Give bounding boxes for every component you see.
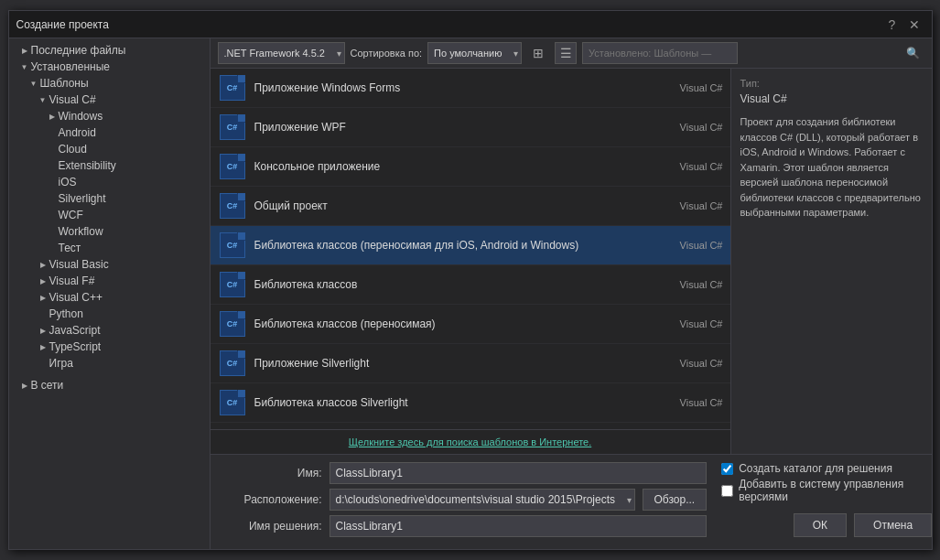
version-control-label[interactable]: Добавить в систему управления версиями (739, 478, 931, 503)
create-catalog-label[interactable]: Создать каталог для решения (739, 462, 892, 475)
expand-icon-vb: ▶ (37, 261, 49, 269)
online-templates-link[interactable]: Щелкните здесь для поиска шаблонов в Инт… (349, 436, 591, 447)
table-row[interactable]: C# П... Visual... (211, 423, 730, 429)
template-icon-8: C# (218, 349, 247, 378)
sidebar-item-installed[interactable]: ▼ Установленные (9, 59, 210, 75)
table-row[interactable]: C# Библиотека классов Visual C# (211, 265, 730, 305)
cs-icon: C# (220, 272, 245, 297)
template-name-1: Приложение Windows Forms (254, 81, 652, 94)
close-button[interactable]: ✕ (904, 16, 924, 34)
sidebar-item-test[interactable]: Тест (9, 240, 210, 256)
sidebar-item-js[interactable]: ▶ JavaScript (9, 322, 210, 339)
table-row[interactable]: C# Приложение Windows Forms Visual C# (211, 69, 730, 108)
template-icon-5: C# (218, 231, 247, 260)
cs-icon: C# (220, 232, 245, 258)
sidebar-item-windows[interactable]: ▶ Windows (9, 108, 210, 124)
sidebar-item-android[interactable]: Android (9, 124, 210, 141)
sidebar-label-templates: Шаблоны (40, 77, 89, 90)
expand-icon-vcsharp: ▼ (37, 96, 49, 104)
expand-icon-templates: ▼ (27, 80, 40, 88)
form-main-area: Имя: Расположение: d:\clouds\onedrive\do… (221, 462, 708, 542)
sidebar-item-silverlight[interactable]: Silverlight (9, 190, 210, 207)
table-row-selected[interactable]: C# Библиотека классов (переносимая для i… (211, 226, 730, 265)
sidebar-scroll[interactable]: ▶ Последние файлы ▼ Установленные ▼ Шабл… (9, 42, 210, 545)
sidebar-item-recent[interactable]: ▶ Последние файлы (9, 42, 210, 59)
table-row[interactable]: C# Общий проект Visual C# (211, 187, 730, 226)
title-bar-buttons: ? ✕ (882, 16, 924, 34)
main-content: ▶ Последние файлы ▼ Установленные ▼ Шабл… (9, 38, 932, 549)
sidebar-item-igra[interactable]: Игра (9, 355, 210, 372)
form-buttons: ОК Отмена (721, 513, 931, 537)
browse-button[interactable]: Обзор... (643, 489, 708, 511)
sidebar-label-igra: Игра (49, 357, 73, 370)
template-name-7: Библиотека классов (переносимая) (254, 318, 652, 330)
sidebar-label-android: Android (59, 126, 96, 139)
sidebar-item-vfsharp[interactable]: ▶ Visual F# (9, 273, 210, 289)
sidebar-label-wcf: WCF (59, 209, 83, 221)
sidebar-item-python[interactable]: Python (9, 306, 210, 322)
table-row[interactable]: C# Приложение WPF Visual C# (211, 108, 730, 147)
sort-label: Сортировка по: (351, 48, 423, 59)
template-name-9: Библиотека классов Silverlight (254, 396, 652, 409)
framework-select[interactable]: .NET Framework 4.5.2 (218, 42, 345, 64)
solution-label: Имя решения: (221, 520, 322, 533)
ok-button[interactable]: ОК (794, 513, 847, 537)
sort-select[interactable]: По умолчанию (427, 42, 522, 64)
cs-icon: C# (220, 390, 245, 415)
cs-icon: C# (220, 114, 245, 140)
view-grid-button[interactable]: ⊞ (527, 42, 549, 64)
sidebar-label-windows: Windows (59, 110, 103, 123)
template-lang-4: Visual C# (659, 200, 723, 211)
sidebar-item-visual-csharp[interactable]: ▼ Visual C# (9, 92, 210, 108)
template-icon-2: C# (218, 113, 247, 142)
table-row[interactable]: C# Библиотека классов (переносимая) Visu… (211, 305, 730, 344)
cancel-button[interactable]: Отмена (854, 513, 931, 537)
bottom-form: Имя: Расположение: d:\clouds\onedrive\do… (211, 454, 932, 549)
expand-icon-vf: ▶ (37, 277, 49, 285)
toolbar: .NET Framework 4.5.2 Сортировка по: По у… (211, 38, 932, 69)
location-select[interactable]: d:\clouds\onedrive\documents\visual stud… (330, 489, 635, 511)
template-icon-7: C# (218, 309, 247, 339)
sidebar-item-online[interactable]: ▶ В сети (9, 377, 210, 393)
form-row-solution: Имя решения: (221, 515, 708, 537)
sidebar-label-python: Python (49, 307, 83, 320)
name-input[interactable] (330, 462, 708, 484)
template-list[interactable]: C# Приложение Windows Forms Visual C# C#… (211, 69, 730, 429)
template-lang-5: Visual C# (659, 240, 723, 251)
sidebar-label-vf: Visual F# (49, 275, 95, 287)
form-row-location: Расположение: d:\clouds\onedrive\documen… (221, 489, 708, 511)
form-right-area: Создать каталог для решения Добавить в с… (721, 462, 931, 542)
search-input[interactable] (582, 42, 738, 64)
create-catalog-checkbox[interactable] (721, 463, 733, 475)
view-list-button[interactable]: ☰ (555, 42, 577, 64)
sidebar-item-cloud[interactable]: Cloud (9, 141, 210, 157)
expand-icon-vcpp: ▶ (37, 294, 49, 302)
sidebar-item-ios[interactable]: iOS (9, 174, 210, 190)
sidebar-item-ts[interactable]: ▶ TypeScript (9, 339, 210, 355)
help-button[interactable]: ? (882, 16, 902, 34)
solution-input[interactable] (330, 515, 708, 537)
desc-type-value: Visual C# (740, 92, 923, 105)
cs-icon: C# (220, 350, 245, 376)
sidebar-item-vcpp[interactable]: ▶ Visual C++ (9, 289, 210, 306)
expand-icon-ts: ▶ (37, 343, 49, 351)
sidebar-label-sl: Silverlight (59, 192, 106, 205)
table-row[interactable]: C# Библиотека классов Silverlight Visual… (211, 383, 730, 423)
template-icon-10: C# (218, 427, 247, 429)
template-name-4: Общий проект (254, 199, 652, 212)
template-lang-3: Visual C# (659, 161, 723, 172)
template-lang-7: Visual C# (659, 318, 723, 329)
table-row[interactable]: C# Приложение Silverlight Visual C# (211, 344, 730, 383)
template-name-5: Библиотека классов (переносимая для iOS,… (254, 239, 652, 252)
version-control-checkbox[interactable] (721, 485, 733, 497)
sidebar-item-extensibility[interactable]: Extensibility (9, 157, 210, 174)
desc-type-label: Тип: (740, 78, 923, 89)
template-icon-9: C# (218, 388, 247, 417)
sidebar-item-templates[interactable]: ▼ Шаблоны (9, 75, 210, 92)
sidebar-item-wcf[interactable]: WCF (9, 207, 210, 223)
table-row[interactable]: C# Консольное приложение Visual C# (211, 147, 730, 187)
sidebar-item-workflow[interactable]: Workflow (9, 223, 210, 240)
sidebar-item-vbasic[interactable]: ▶ Visual Basic (9, 256, 210, 273)
sidebar-label-cloud: Cloud (59, 143, 87, 156)
description-text: Проект для создания библиотеки классов C… (740, 114, 923, 221)
